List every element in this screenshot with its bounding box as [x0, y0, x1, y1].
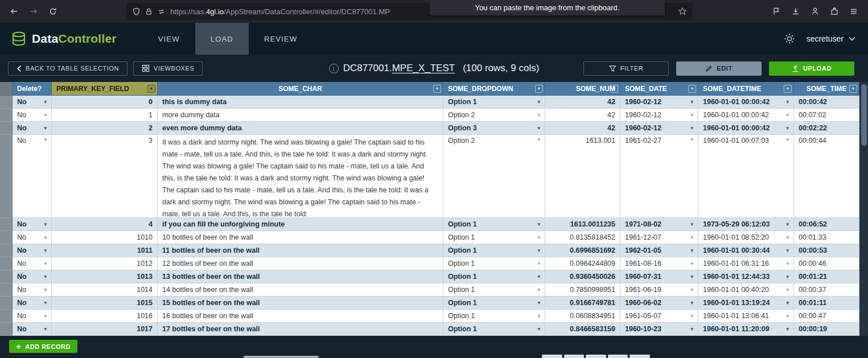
browser-back-button[interactable]	[5, 2, 24, 20]
cell-some-dropdown[interactable]: Option 3▾	[443, 122, 545, 135]
shield-icon[interactable]	[132, 7, 141, 16]
cell-some-datetime[interactable]: 1960-01-01 00:00:42▾	[698, 96, 794, 109]
cell-some-char[interactable]: this is dummy data	[158, 96, 443, 109]
cell-some-time[interactable]: 00:01:33	[794, 231, 859, 244]
cell-some-dropdown[interactable]: Option 2▾	[443, 135, 545, 218]
cell-some-num[interactable]: 0.7850998951	[545, 283, 620, 297]
cell-some-dropdown[interactable]: Option 1▾	[443, 310, 545, 323]
column-header-primary-key-field[interactable]: PRIMARY_KEY_FIELD▼	[52, 82, 158, 96]
theme-toggle-button[interactable]	[784, 33, 795, 44]
cell-primary-key[interactable]: 1014	[52, 283, 158, 297]
cell-delete[interactable]: No▾	[13, 135, 52, 218]
row-gutter[interactable]	[0, 297, 13, 310]
star-icon[interactable]	[678, 7, 687, 16]
filter-icon[interactable]: ▼	[688, 85, 696, 93]
cell-some-char[interactable]: It was a dark and stormy night. The wind…	[158, 135, 443, 218]
cell-some-date[interactable]: 1960-10-23▾	[620, 323, 698, 336]
cell-some-date[interactable]: 1962-01-05▾	[620, 244, 698, 257]
cell-some-datetime[interactable]: 1960-01-01 12:44:33▾	[698, 270, 794, 283]
cell-primary-key[interactable]: 1	[52, 109, 158, 122]
cell-some-char[interactable]: 17 bottles of beer on the wall	[158, 323, 443, 336]
cell-some-char[interactable]: 11 bottles of beer on the wall	[158, 244, 443, 257]
row-gutter[interactable]	[0, 310, 13, 323]
row-gutter[interactable]	[0, 270, 13, 283]
nav-tab-load[interactable]: LOAD	[195, 23, 249, 55]
cell-some-datetime[interactable]: 1960-01-01 08:52:20▾	[698, 231, 794, 244]
cell-some-char[interactable]: 10 bottles of beer on the wall	[158, 231, 443, 244]
info-icon[interactable]: i	[329, 64, 339, 73]
user-menu[interactable]: secretuser	[807, 34, 855, 43]
cell-primary-key[interactable]: 1012	[52, 257, 158, 270]
filter-icon[interactable]: ▼	[849, 85, 857, 93]
cell-some-date[interactable]: 1960-07-31▾	[620, 270, 698, 283]
cell-some-dropdown[interactable]: Option 1▾	[443, 96, 545, 109]
cell-some-datetime[interactable]: 1973-05-29 06:12:03▾	[698, 218, 794, 231]
cell-some-num[interactable]: 0.9166749781	[545, 297, 620, 310]
cell-some-char[interactable]: 12 bottles of beer on the wall	[158, 257, 443, 270]
browser-forward-button[interactable]	[24, 2, 43, 20]
account-button[interactable]	[805, 2, 825, 20]
filter-button[interactable]: FILTER	[583, 61, 669, 76]
row-gutter[interactable]	[0, 218, 13, 231]
permissions-icon[interactable]	[157, 7, 166, 16]
cell-some-char[interactable]: if you can fill the unforgiving minute	[158, 218, 443, 231]
cell-some-num[interactable]: 0.6996851692	[545, 244, 620, 257]
upload-button[interactable]: UPLOAD	[769, 61, 854, 76]
cell-some-datetime[interactable]: 1960-01-01 06:31:16▾	[698, 257, 794, 270]
cell-some-num[interactable]: 0.8466583159	[545, 323, 620, 336]
row-gutter[interactable]	[0, 122, 13, 135]
row-gutter[interactable]	[0, 244, 13, 257]
row-gutter[interactable]	[0, 283, 13, 297]
cell-primary-key[interactable]: 1011	[52, 244, 158, 257]
filter-icon[interactable]: ▼	[535, 85, 543, 93]
scrollbar-thumb[interactable]	[861, 84, 867, 146]
cell-some-char[interactable]: 13 bottles of beer on the wall	[158, 270, 443, 283]
cell-some-time[interactable]: 00:00:42	[794, 96, 859, 109]
row-gutter[interactable]	[0, 109, 13, 122]
nav-tab-review[interactable]: REVIEW	[249, 23, 312, 55]
filter-icon[interactable]: ▼	[610, 85, 618, 93]
app-logo[interactable]: DataController	[0, 23, 126, 55]
cell-some-dropdown[interactable]: Option 1▾	[443, 283, 545, 297]
column-header-delete[interactable]: Delete?	[13, 82, 52, 96]
lock-icon[interactable]	[145, 7, 153, 16]
row-gutter[interactable]	[0, 257, 13, 270]
cell-some-dropdown[interactable]: Option 1▾	[443, 323, 545, 336]
cell-some-time[interactable]: 00:00:37	[794, 283, 859, 297]
cell-some-dropdown[interactable]: Option 1▾	[443, 297, 545, 310]
filter-icon[interactable]: ▼	[433, 85, 441, 93]
cell-some-dropdown[interactable]: Option 1▾	[443, 257, 545, 270]
cell-some-time[interactable]: 00:00:46	[794, 257, 859, 270]
downloads-button[interactable]	[786, 2, 805, 20]
nav-tab-view[interactable]: VIEW	[143, 23, 195, 55]
cell-some-num[interactable]: 0.0608834951	[545, 310, 620, 323]
cell-some-date[interactable]: 1960-02-12▾	[620, 109, 698, 122]
cell-some-char[interactable]: 16 bottles of beer on the wall	[158, 310, 443, 323]
cell-delete[interactable]: No▾	[13, 218, 52, 231]
row-gutter[interactable]	[0, 323, 13, 336]
viewboxes-button[interactable]: VIEWBOXES	[133, 61, 203, 76]
cell-delete[interactable]: No▾	[13, 231, 52, 244]
cell-delete[interactable]: No▾	[13, 244, 52, 257]
cell-primary-key[interactable]: 1015	[52, 297, 158, 310]
cell-some-datetime[interactable]: 1960-01-01 13:06:41▾	[698, 310, 794, 323]
cell-primary-key[interactable]: 1010	[52, 231, 158, 244]
filter-icon[interactable]: ▼	[784, 85, 792, 93]
cell-delete[interactable]: No▾	[13, 323, 52, 336]
cell-some-num[interactable]: 42	[545, 122, 620, 135]
column-header-some-date[interactable]: SOME_DATE▼	[620, 82, 698, 96]
cell-some-datetime[interactable]: 1960-01-01 00:00:42▾	[698, 109, 794, 122]
cell-delete[interactable]: No▾	[13, 122, 52, 135]
cell-some-datetime[interactable]: 1960-01-01 00:00:42▾	[698, 122, 794, 135]
cell-some-date[interactable]: 1971-08-02▾	[620, 218, 698, 231]
cell-some-date[interactable]: 1960-02-12▾	[620, 122, 698, 135]
cell-delete[interactable]: No▾	[13, 283, 52, 297]
cell-some-time[interactable]: 00:00:19	[794, 323, 859, 336]
cell-some-time[interactable]: 00:01:21	[794, 270, 859, 283]
cell-some-char[interactable]: 15 bottles of beer on the wall	[158, 297, 443, 310]
cell-some-dropdown[interactable]: Option 2▾	[443, 109, 545, 122]
cell-some-datetime[interactable]: 1960-01-01 11:20:09▾	[698, 323, 794, 336]
cell-some-char[interactable]: even more dummy data	[158, 122, 443, 135]
row-gutter[interactable]	[0, 96, 13, 109]
cell-some-time[interactable]: 00:00:47	[794, 310, 859, 323]
